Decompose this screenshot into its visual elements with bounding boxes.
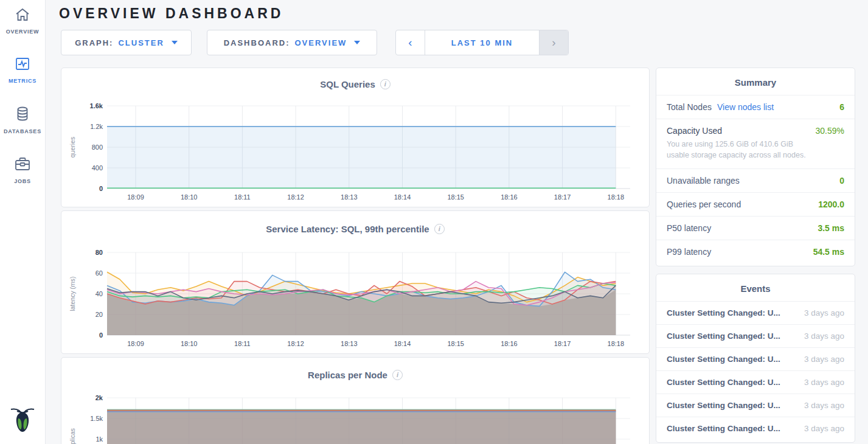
charts-column: SQL Queries i 18:0918:1018:1118:1218:131… xyxy=(61,68,650,444)
graph-dropdown[interactable]: GRAPH: CLUSTER xyxy=(61,30,192,55)
time-range-button[interactable]: LAST 10 MIN xyxy=(425,30,539,55)
summary-panel: Summary Total Nodes View nodes list 6 Ca… xyxy=(656,68,855,266)
p99-latency-label: P99 latency xyxy=(667,247,711,257)
event-row: Cluster Setting Changed: U... 3 days ago xyxy=(656,417,855,440)
sidebar: OVERVIEW METRICS DATABASES xyxy=(0,0,46,444)
svg-text:1.2k: 1.2k xyxy=(90,123,103,130)
summary-row-capacity: Capacity Used 30.59% You are using 125.6… xyxy=(656,119,855,168)
event-time: 3 days ago xyxy=(804,355,844,364)
svg-text:18:10: 18:10 xyxy=(181,340,198,347)
right-rail: Summary Total Nodes View nodes list 6 Ca… xyxy=(656,68,855,444)
event-row: Cluster Setting Changed: U... 3 days ago xyxy=(656,347,855,370)
dashboard-body: SQL Queries i 18:0918:1018:1118:1218:131… xyxy=(61,68,868,444)
event-row: Cluster Setting Changed: U... 3 days ago xyxy=(656,324,855,347)
event-title-link[interactable]: Cluster Setting Changed: U... xyxy=(667,424,780,433)
event-title-link[interactable]: Cluster Setting Changed: U... xyxy=(667,401,780,410)
svg-text:18:13: 18:13 xyxy=(341,193,358,201)
svg-text:18:11: 18:11 xyxy=(234,193,251,201)
service-latency-chart[interactable]: 18:0918:1018:1118:1218:1318:1418:1518:16… xyxy=(61,246,649,353)
sql-queries-chart-panel: SQL Queries i 18:0918:1018:1118:1218:131… xyxy=(61,68,650,207)
event-row: Cluster Setting Changed: U... 3 days ago xyxy=(656,301,855,324)
event-row: Cluster Setting Changed: U... 3 days ago xyxy=(656,394,855,417)
svg-text:18:13: 18:13 xyxy=(341,340,358,347)
svg-text:18:14: 18:14 xyxy=(394,340,411,347)
info-icon[interactable]: i xyxy=(392,370,403,380)
event-time: 3 days ago xyxy=(804,401,844,410)
svg-text:18:16: 18:16 xyxy=(501,193,518,201)
chevron-right-icon: › xyxy=(552,36,555,49)
summary-row-unavailable-ranges: Unavailable ranges 0 xyxy=(656,168,855,192)
qps-value: 1200.0 xyxy=(818,199,844,209)
svg-text:18:09: 18:09 xyxy=(127,193,144,201)
svg-text:60: 60 xyxy=(95,269,103,277)
home-icon xyxy=(15,7,30,24)
graph-dropdown-label: GRAPH: xyxy=(75,38,113,47)
unavailable-ranges-value: 0 xyxy=(839,176,844,186)
sql-queries-chart[interactable]: 18:0918:1018:1118:1218:1318:1418:1518:16… xyxy=(61,100,649,207)
svg-text:20: 20 xyxy=(95,311,103,318)
event-time: 3 days ago xyxy=(804,331,844,341)
svg-text:40: 40 xyxy=(95,290,103,297)
svg-text:18:17: 18:17 xyxy=(554,340,571,347)
events-panel: Events Cluster Setting Changed: U... 3 d… xyxy=(656,274,855,443)
svg-text:18:14: 18:14 xyxy=(394,193,411,201)
svg-text:18:09: 18:09 xyxy=(127,340,144,347)
event-title-link[interactable]: Cluster Setting Changed: U... xyxy=(667,308,780,317)
chevron-down-icon xyxy=(172,41,178,44)
svg-text:latency (ms): latency (ms) xyxy=(69,276,76,311)
sidebar-item-metrics[interactable]: METRICS xyxy=(9,57,36,84)
event-title-link[interactable]: Cluster Setting Changed: U... xyxy=(667,355,780,364)
svg-text:18:18: 18:18 xyxy=(608,193,625,201)
svg-text:800: 800 xyxy=(92,144,103,151)
event-time: 3 days ago xyxy=(804,424,844,433)
sidebar-item-databases[interactable]: DATABASES xyxy=(4,106,41,134)
cockroachdb-logo[interactable] xyxy=(0,404,45,435)
svg-text:18:17: 18:17 xyxy=(554,193,571,201)
svg-text:18:15: 18:15 xyxy=(447,340,464,347)
svg-text:18:10: 18:10 xyxy=(181,193,198,201)
capacity-caption: You are using 125.6 GiB of 410.6 GiB usa… xyxy=(667,139,816,161)
event-row: Cluster Setting Changed: U... 3 days ago xyxy=(656,370,855,394)
graph-dropdown-value: CLUSTER xyxy=(118,38,164,47)
replicas-per-node-chart[interactable]: 18:0918:1018:1118:1218:1318:1418:1518:16… xyxy=(61,392,649,444)
p50-latency-value: 3.5 ms xyxy=(818,223,844,233)
controls-bar: GRAPH: CLUSTER DASHBOARD: OVERVIEW ‹ LAS… xyxy=(61,30,868,55)
svg-text:18:18: 18:18 xyxy=(608,340,625,347)
qps-label: Queries per second xyxy=(667,199,741,209)
chevron-down-icon xyxy=(354,41,360,44)
svg-text:18:16: 18:16 xyxy=(501,340,518,347)
summary-row-qps: Queries per second 1200.0 xyxy=(656,192,855,216)
metrics-icon xyxy=(15,57,30,74)
svg-text:18:12: 18:12 xyxy=(287,340,304,347)
event-time: 3 days ago xyxy=(804,378,844,387)
view-nodes-list-link[interactable]: View nodes list xyxy=(717,102,774,112)
capacity-label: Capacity Used xyxy=(667,126,722,136)
svg-text:0: 0 xyxy=(99,185,103,192)
event-title-link[interactable]: Cluster Setting Changed: U... xyxy=(667,378,780,387)
info-icon[interactable]: i xyxy=(434,224,445,234)
svg-text:2k: 2k xyxy=(95,394,103,401)
sidebar-item-jobs[interactable]: JOBS xyxy=(14,156,31,184)
info-icon[interactable]: i xyxy=(380,79,391,89)
events-title: Events xyxy=(656,274,855,301)
total-nodes-label: Total Nodes xyxy=(667,102,712,112)
time-prev-button[interactable]: ‹ xyxy=(396,30,425,55)
sidebar-item-label: METRICS xyxy=(9,78,36,84)
svg-text:18:12: 18:12 xyxy=(287,193,304,201)
database-icon xyxy=(15,106,30,124)
svg-text:400: 400 xyxy=(92,164,103,172)
sidebar-item-overview[interactable]: OVERVIEW xyxy=(6,7,40,35)
p50-latency-label: P50 latency xyxy=(667,223,711,233)
dashboard-dropdown-label: DASHBOARD: xyxy=(224,38,290,47)
svg-text:1.6k: 1.6k xyxy=(90,102,103,109)
time-next-button[interactable]: › xyxy=(539,30,568,55)
event-title-link[interactable]: Cluster Setting Changed: U... xyxy=(667,331,780,341)
sidebar-item-label: OVERVIEW xyxy=(6,29,40,35)
sidebar-item-label: JOBS xyxy=(14,178,31,184)
time-range-selector: ‹ LAST 10 MIN › xyxy=(395,30,569,55)
unavailable-ranges-label: Unavailable ranges xyxy=(667,176,740,186)
svg-text:queries: queries xyxy=(69,137,76,158)
dashboard-dropdown[interactable]: DASHBOARD: OVERVIEW xyxy=(207,30,377,55)
chart-title: Replicas per Node xyxy=(308,370,387,380)
p99-latency-value: 54.5 ms xyxy=(813,247,844,257)
